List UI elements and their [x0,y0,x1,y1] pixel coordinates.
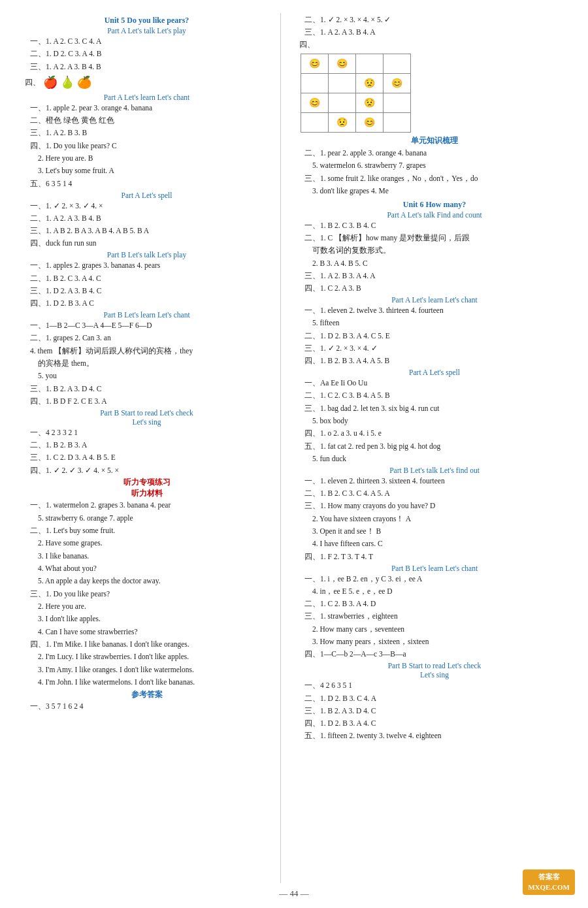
l-2-1: 二、1. Let's buy some fruit. [20,525,274,537]
smiley-cell [356,54,384,73]
ref1: 一、3 5 7 1 6 2 4 [20,701,274,713]
u6-2-2: 可数名词的复数形式。 [294,245,575,257]
blearn4: 四、1. B D F 2. C E 3. A [20,396,274,408]
unit5-title: Unit 5 Do you like pears? [20,16,274,25]
bt3-2: 2. You have sixteen crayons！ A [294,513,575,525]
table-row: 😊 😟 [301,93,411,112]
bt3-4: 4. I have fifteen cars. C [294,538,575,550]
watermark: 答案客 MXQE.COM [523,869,575,895]
br5: 五、1. fifteen 2. twenty 3. twelve 4. eigh… [294,730,575,742]
unit-review-title: 单元知识梳理 [294,135,575,146]
blearn2-3: 的宾格是 them。 [20,358,274,370]
br2: 二、1. D 2. B 3. C 4. A [294,693,575,705]
r3-label: 四、 [299,39,575,51]
rev2-2: 3. don't like grapes 4. Me [294,186,575,197]
partb-learn2-title: Part B Let's learn Let's chant [294,564,575,572]
as5-2: 5. fun duck [294,453,575,465]
listen-title: 听力专项练习 [20,478,274,487]
blearn1: 一、1—B 2—C 3—A 4—E 5—F 6—D [20,320,274,332]
smiley-cell: 😟 [356,73,384,93]
u6-2-1: 二、1. C 【解析】how many 是对数量提问，后跟 [294,233,575,244]
page: Unit 5 Do you like pears? Part A Let's t… [0,0,588,908]
two-column-layout: Unit 5 Do you like pears? Part A Let's t… [7,13,581,883]
l-1-2: 5. strawberry 6. orange 7. apple [20,513,274,525]
al2: 二、1. D 2. B 3. A 4. C 5. E [294,331,575,342]
lets-sing2-title: Let's sing [294,671,575,679]
r2: 三、1. A 2. A 3. B 4. A [294,27,575,39]
l1: 一、1. A 2. C 3. C 4. A [20,36,274,48]
btalk4: 四、1. D 2. B 3. A C [20,298,274,310]
smiley-cell [301,112,329,132]
l-4-1: 四、1. I'm Mike. I like bananas. I don't l… [20,639,274,651]
listen-sub: 听力材料 [20,489,274,498]
bl1-2: 4. in，ee E 5. e，e，ee D [294,586,575,598]
btalk2: 二、1. B 2. C 3. A 4. C [20,273,274,285]
bt2: 二、1. B 2. C 3. C 4. A 5. A [294,488,575,500]
fruit3: 🍊 [77,74,91,92]
blearn2-1: 二、1. grapes 2. Can 3. an [20,332,274,344]
l3: 三、1. A 2. A 3. B 4. B [20,61,274,73]
table-row: 😟 😊 [301,73,411,93]
parta-learn-title: Part A Let's learn Let's chant [20,93,274,101]
btalk3: 三、1. D 2. A 3. B 4. C [20,285,274,297]
table-row: 😟 😊 [301,112,411,132]
page-number: — 44 — [7,888,581,899]
smiley-cell: 😊 [301,93,329,112]
learn4-1: 四、1. Do you like pears? C [20,140,274,152]
smiley-cell: 😟 [329,112,356,132]
as1: 一、Aa Ee Ii Oo Uu [294,378,575,389]
al1: 一、1. eleven 2. twelve 3. thirteen 4. fou… [294,305,575,317]
partb-read-title: Part B Start to read Let's check [20,409,274,417]
as3-2: 5. box body [294,415,575,427]
right-column: 二、1. ✓ 2. × 3. × 4. × 5. ✓ 三、1. A 2. A 3… [281,13,581,883]
unit6-title: Unit 6 How many? [294,200,575,210]
bt4: 四、1. F 2. T 3. T 4. T [294,551,575,563]
l-3-1: 三、1. Do you like pears? [20,589,274,600]
bl3-2: 2. How many cars，seventeen [294,624,575,636]
learn3: 三、1. A 2. B 3. B [20,127,274,139]
left-column: Unit 5 Do you like pears? Part A Let's t… [7,13,281,883]
unit6-sub: Part A Let's talk Find and count [294,211,575,219]
blearn2-4: 5. you [20,370,274,382]
as2: 二、1. C 2. C 3. B 4. A 5. B [294,390,575,402]
spell1: 一、1. ✓ 2. × 3. ✓ 4. × [20,201,274,212]
smiley-cell [384,112,411,132]
parta-spell-title: Part A Let's spell [20,191,274,199]
al4: 四、1. B 2. B 3. A 4. A 5. B [294,355,575,367]
r3-prefix: 四、 [299,41,315,48]
smiley-cell [384,54,411,73]
table-row: 😊 😊 [301,54,411,73]
br1: 一、4 2 6 3 5 1 [294,680,575,692]
l-1: 一、1. watermelon 2. grapes 3. banana 4. p… [20,500,274,511]
smiley-cell: 😊 [329,54,356,73]
rev1: 二、1. pear 2. apple 3. orange 4. banana [294,148,575,159]
watermark-line2: MXQE.COM [528,883,570,892]
smiley-cell [384,93,411,112]
bt3-1: 三、1. How many crayons do you have? D [294,500,575,512]
l-3-2: 2. Here you are. [20,601,274,613]
rev2-1: 三、1. some fruit 2. like oranges，No，don't… [294,173,575,185]
smiley-cell: 😟 [356,93,384,112]
bread4: 四、1. ✓ 2. ✓ 3. ✓ 4. × 5. × [20,465,274,477]
partb-talk2-title: Part B Let's talk Let's find out [294,466,575,474]
btalk1: 一、1. apples 2. grapes 3. bananas 4. pear… [20,260,274,272]
parta-spell2-title: Part A Let's spell [294,368,575,376]
u6-2-3: 2. B 3. A 4. B 5. C [294,258,575,270]
l2: 二、1. D 2. C 3. A 4. B [20,48,274,60]
partb-read2-title: Part B Start to read Let's check [294,662,575,670]
partb-talk-title: Part B Let's talk Let's play [20,251,274,259]
bt1: 一、1. eleven 2. thirteen 3. sixteen 4. fo… [294,476,575,487]
spell4: 四、duck fun run sun [20,238,274,250]
l-2-3: 3. I like bananas. [20,551,274,562]
fruit1: 🍎 [43,74,57,92]
l-2-5: 5. An apple a day keeps the doctor away. [20,576,274,587]
smiley-cell [329,73,356,93]
smiley-cell [301,73,329,93]
learn4-2: 2. Here you are. B [20,153,274,165]
l-2-2: 2. Have some grapes. [20,538,274,549]
blearn2-2: 4. them 【解析】动词后跟人称代词的宾格，they [20,346,274,357]
bread3: 三、1. C 2. D 3. A 4. B 5. E [20,452,274,464]
learn5: 五、6 3 5 1 4 [20,178,274,190]
l-4-2: 2. I'm Lucy. I like strawberries. I don'… [20,651,274,663]
smiley-cell: 😊 [384,73,411,93]
